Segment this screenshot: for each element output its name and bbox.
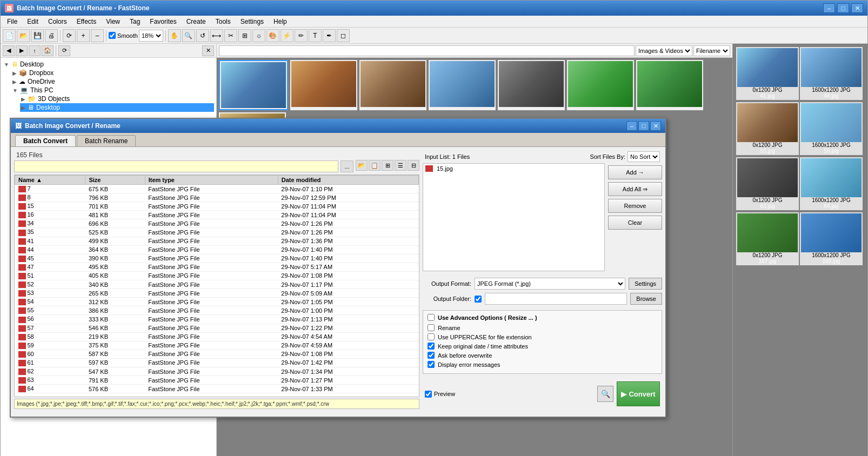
tb-flip[interactable]: ⟷ (210, 29, 223, 42)
menu-effects[interactable]: Effects (72, 17, 101, 26)
table-row[interactable]: 15 701 KB FastStone JPG File 29-Nov-07 1… (15, 202, 419, 211)
table-row[interactable]: 41 499 KB FastStone JPG File 29-Nov-07 1… (15, 237, 419, 245)
thumb-7[interactable] (636, 60, 703, 110)
right-thumb-167[interactable]: 0x1200 JPG 167.jpg (736, 212, 799, 265)
uppercase-checkbox[interactable] (428, 333, 435, 340)
fl-btn3[interactable]: ⊞ (382, 160, 393, 171)
table-row[interactable]: 35 525 KB FastStone JPG File 29-Nov-07 1… (15, 228, 419, 237)
tb-open[interactable]: 📂 (17, 29, 30, 42)
tb-anno[interactable]: ✏ (295, 29, 308, 42)
table-row[interactable]: 44 364 KB FastStone JPG File 29-Nov-07 1… (15, 245, 419, 254)
thumb-6[interactable] (567, 60, 634, 110)
tree-3dobjects[interactable]: ▶ 📁 3D Objects (20, 95, 214, 103)
preview-checkbox[interactable] (425, 391, 432, 398)
tb-new[interactable]: 📄 (3, 29, 16, 42)
view-type-select[interactable]: Images & Videos (636, 45, 692, 56)
tb-zoom-in[interactable]: 🔍 (182, 29, 195, 42)
file-search-input[interactable] (14, 160, 338, 172)
tb-fx[interactable]: ⚡ (281, 29, 293, 42)
address-bar[interactable] (219, 45, 635, 56)
table-row[interactable]: 8 796 KB FastStone JPG File 29-Nov-07 12… (15, 193, 419, 202)
table-row[interactable]: 34 696 KB FastStone JPG File 29-Nov-07 1… (15, 219, 419, 228)
add-all-button[interactable]: Add All ⇒ (608, 182, 662, 196)
add-button[interactable]: Add → (608, 165, 662, 179)
tree-thispc[interactable]: ▼ 💻 This PC (11, 86, 214, 95)
table-row[interactable]: 54 312 KB FastStone JPG File 29-Nov-07 1… (15, 298, 419, 306)
output-folder-input[interactable] (485, 293, 627, 305)
sort-type-select[interactable]: Filename (693, 45, 730, 56)
table-row[interactable]: 64 576 KB FastStone JPG File 29-Nov-07 1… (15, 385, 419, 393)
tb-crop[interactable]: ✂ (224, 29, 237, 42)
browse-button[interactable]: Browse (630, 293, 662, 305)
right-thumb-63[interactable]: 0x1200 JPG 63.jpg (736, 157, 799, 210)
tb-btn1[interactable]: ⟳ (63, 29, 76, 42)
tb-btn2[interactable]: + (77, 29, 90, 42)
tree-dropbox[interactable]: ▶ 📦 Dropbox (11, 69, 214, 77)
rename-checkbox[interactable] (428, 324, 435, 331)
table-row[interactable]: 59 375 KB FastStone JPG File 29-Nov-07 4… (15, 341, 419, 350)
nav-home[interactable]: 🏠 (42, 45, 54, 56)
fl-btn5[interactable]: ⊟ (408, 160, 419, 171)
fl-btn1[interactable]: 📂 (356, 160, 368, 171)
output-folder-checkbox[interactable] (475, 296, 482, 303)
settings-button[interactable]: Settings (629, 278, 662, 290)
right-thumb-64[interactable]: 1600x1200 JPG 64.jpg (800, 157, 863, 210)
clear-button[interactable]: Clear (608, 216, 662, 230)
dialog-maximize[interactable]: □ (638, 121, 649, 131)
tb-text[interactable]: T (309, 29, 322, 42)
table-row[interactable]: 58 219 KB FastStone JPG File 29-Nov-07 4… (15, 332, 419, 341)
table-row[interactable]: 63 791 KB FastStone JPG File 29-Nov-07 1… (15, 376, 419, 385)
thumb-3[interactable] (359, 60, 426, 110)
nav-forward[interactable]: ▶ (16, 45, 28, 56)
tb-adj[interactable]: ☼ (252, 29, 265, 42)
menu-help[interactable]: Help (269, 17, 291, 26)
right-thumb-55[interactable]: 0x1200 JPG 55.jpg (736, 102, 799, 155)
minimize-button[interactable]: – (823, 3, 835, 13)
tb-hand[interactable]: ✋ (168, 29, 181, 42)
fl-btn4[interactable]: ☰ (395, 160, 406, 171)
table-row[interactable]: 45 390 KB FastStone JPG File 29-Nov-07 1… (15, 254, 419, 263)
smooth-checkbox[interactable] (109, 32, 116, 39)
table-row[interactable]: 55 386 KB FastStone JPG File 29-Nov-07 1… (15, 306, 419, 315)
table-row[interactable]: 52 340 KB FastStone JPG File 29-Nov-07 1… (15, 280, 419, 289)
table-row[interactable]: 16 481 KB FastStone JPG File 29-Nov-07 1… (15, 211, 419, 219)
menu-create[interactable]: Create (182, 17, 210, 26)
right-thumb-56[interactable]: 1600x1200 JPG 56.jpg (800, 102, 863, 155)
right-thumb-44[interactable]: 1600x1200 JPG 44.jpg (800, 47, 863, 100)
advanced-checkbox[interactable] (428, 314, 435, 321)
menu-tag[interactable]: Tag (125, 17, 144, 26)
table-row[interactable]: 56 333 KB FastStone JPG File 29-Nov-07 1… (15, 315, 419, 324)
tb-print[interactable]: 🖨 (45, 29, 58, 42)
tab-batch-rename[interactable]: Batch Rename (77, 135, 136, 146)
table-row[interactable]: 47 495 KB FastStone JPG File 29-Nov-07 5… (15, 263, 419, 271)
close-button[interactable]: ✕ (851, 3, 863, 13)
tb-btn3[interactable]: – (91, 29, 104, 42)
sort-files-select[interactable]: No Sort Name Size Date (627, 151, 660, 162)
menu-favorites[interactable]: Favorites (145, 17, 181, 26)
fl-btn2[interactable]: 📋 (369, 160, 380, 171)
table-row[interactable]: 60 587 KB FastStone JPG File 29-Nov-07 1… (15, 350, 419, 358)
nav-delete[interactable]: ✕ (202, 45, 214, 56)
menu-colors[interactable]: Colors (44, 17, 71, 26)
remove-button[interactable]: Remove (608, 199, 662, 213)
tb-color[interactable]: 🎨 (266, 29, 279, 42)
table-row[interactable]: 62 547 KB FastStone JPG File 29-Nov-07 1… (15, 367, 419, 375)
nav-up[interactable]: ↑ (29, 45, 41, 56)
display-errors-checkbox[interactable] (428, 361, 435, 368)
tb-save[interactable]: 💾 (31, 29, 44, 42)
menu-edit[interactable]: Edit (23, 17, 43, 26)
thumb-2[interactable] (290, 60, 357, 110)
menu-settings[interactable]: Settings (236, 17, 268, 26)
tree-onedrive[interactable]: ▶ ☁ OneDrive (11, 77, 214, 86)
tree-desktop2[interactable]: ▶ 🖥 Desktop (20, 103, 214, 112)
dialog-close[interactable]: ✕ (650, 121, 661, 131)
table-row[interactable]: 7 675 KB FastStone JPG File 29-Nov-07 1:… (15, 185, 419, 193)
nav-back[interactable]: ◀ (3, 45, 15, 56)
tb-draw[interactable]: ✒ (323, 29, 336, 42)
tab-batch-convert[interactable]: Batch Convert (15, 135, 76, 146)
table-row[interactable]: 57 546 KB FastStone JPG File 29-Nov-07 1… (15, 324, 419, 332)
ask-overwrite-checkbox[interactable] (428, 352, 435, 359)
maximize-button[interactable]: □ (837, 3, 849, 13)
right-thumb-41[interactable]: 0x1200 JPG 41.jpg (736, 47, 799, 100)
table-row[interactable]: 53 265 KB FastStone JPG File 29-Nov-07 5… (15, 289, 419, 298)
